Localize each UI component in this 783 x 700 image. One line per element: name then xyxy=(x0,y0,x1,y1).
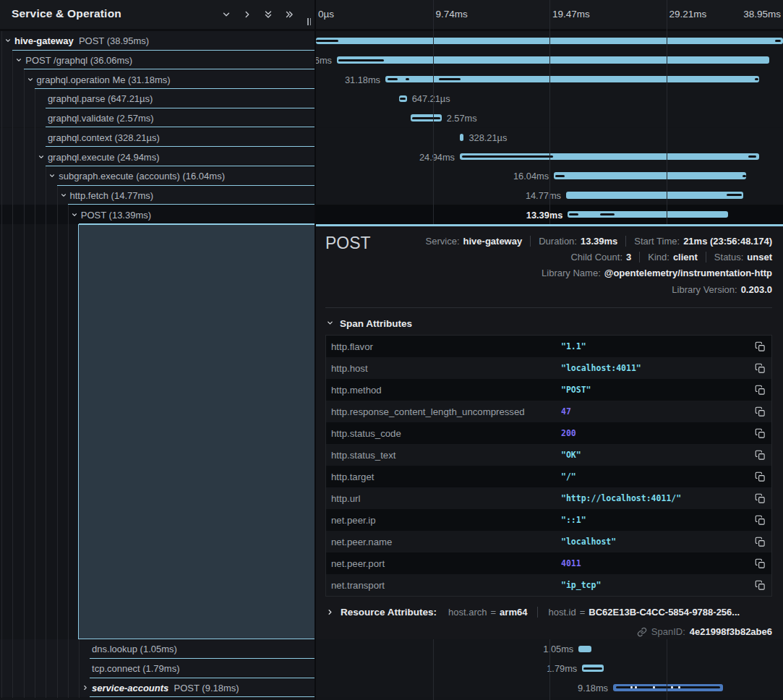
child-span-marker xyxy=(388,78,398,80)
span-duration-label: 1.05ms xyxy=(543,644,573,654)
meta-label: Library Name: xyxy=(542,268,601,278)
copy-icon[interactable] xyxy=(748,341,771,352)
span-row-name[interactable]: POST (13.39ms) xyxy=(0,205,315,224)
indent-guide xyxy=(1,31,2,698)
resource-attribute: host.arch=arm64 xyxy=(448,607,527,618)
chevron-down-icon[interactable] xyxy=(38,153,45,161)
trace-viewer: Service & Operation 0µs9.74ms19.47ms29.2… xyxy=(0,0,783,700)
span-name-label: graphql.parse (647.21µs) xyxy=(48,93,153,104)
span-bar[interactable] xyxy=(460,134,463,141)
copy-icon[interactable] xyxy=(748,580,771,591)
child-span-marker xyxy=(462,155,554,158)
timeline-tick-label: 29.21ms xyxy=(669,9,707,20)
copy-icon[interactable] xyxy=(748,471,771,482)
span-row-name[interactable]: graphql.operation Me (31.18ms) xyxy=(0,69,315,89)
span-bar[interactable] xyxy=(568,211,728,218)
attribute-row: net.peer.port4011 xyxy=(326,552,771,574)
meta-field: Child Count:3 xyxy=(570,252,631,262)
meta-field: Kind:client xyxy=(639,252,698,262)
meta-value: 21ms (23:56:48.174) xyxy=(683,236,772,247)
span-name-label: hive-gateway POST (38.95ms) xyxy=(14,35,149,46)
meta-label: Status: xyxy=(714,252,743,262)
expand-one-icon[interactable] xyxy=(242,9,252,20)
meta-line: Library Name:@opentelemetry/instrumentat… xyxy=(542,265,772,281)
child-span-marker xyxy=(400,98,406,100)
attribute-value: "OK" xyxy=(561,450,748,460)
span-duration-label: 24.94ms xyxy=(419,151,455,162)
attribute-key: http.response_content_length_uncompresse… xyxy=(326,406,561,417)
copy-icon[interactable] xyxy=(748,428,771,439)
collapse-one-icon[interactable] xyxy=(221,9,231,20)
span-row-name[interactable]: graphql.context (328.21µs) xyxy=(0,128,315,148)
span-row-name[interactable]: http.fetch (14.77ms) xyxy=(0,186,315,205)
span-row-name[interactable]: graphql.execute (24.94ms) xyxy=(0,147,315,166)
indent-guide xyxy=(79,639,80,698)
span-name-label: graphql.execute (24.94ms) xyxy=(48,151,160,162)
copy-icon[interactable] xyxy=(748,385,771,396)
meta-label: Child Count: xyxy=(570,252,622,262)
span-name-label: dns.lookup (1.05ms) xyxy=(92,644,177,654)
span-bar[interactable] xyxy=(566,192,743,199)
attribute-value: 47 xyxy=(561,406,748,417)
span-row-name[interactable]: graphql.validate (2.57ms) xyxy=(0,108,315,128)
span-row-name[interactable]: subgraph.execute (accounts) (16.04ms) xyxy=(0,166,315,186)
copy-icon[interactable] xyxy=(748,493,771,504)
span-detail-meta: Service:hive-gatewayDuration:13.39msStar… xyxy=(426,233,772,298)
attribute-row: http.host"localhost:4011" xyxy=(326,357,771,379)
span-bar[interactable] xyxy=(554,172,746,179)
resource-attributes-title: Resource Attributes: xyxy=(341,607,437,618)
span-bar[interactable] xyxy=(337,56,769,64)
indent-guide xyxy=(12,51,13,698)
attribute-key: http.target xyxy=(326,471,561,482)
chevron-down-icon[interactable] xyxy=(60,192,67,199)
attribute-row: net.transport"ip_tcp" xyxy=(326,574,771,596)
copy-icon[interactable] xyxy=(748,363,771,374)
child-span-marker xyxy=(569,213,578,215)
copy-icon[interactable] xyxy=(748,450,771,461)
attribute-key: http.status_code xyxy=(326,428,561,439)
copy-icon[interactable] xyxy=(748,406,771,417)
span-bar[interactable] xyxy=(578,646,591,653)
panel-resizer-handle[interactable] xyxy=(307,18,311,25)
span-duration-label: 16.04ms xyxy=(513,171,549,182)
span-attributes-table: http.flavor"1.1"http.host"localhost:4011… xyxy=(325,335,772,597)
copy-icon[interactable] xyxy=(748,558,771,569)
resource-key: host.arch xyxy=(448,607,487,618)
span-row-name[interactable]: tcp.connect (1.79ms) xyxy=(0,659,315,678)
chevron-right-icon[interactable] xyxy=(82,684,89,691)
child-span-marker xyxy=(555,175,565,177)
attribute-row: http.status_text"OK" xyxy=(326,444,771,466)
span-detail-panel: POST Service:hive-gatewayDuration:13.39m… xyxy=(316,224,783,639)
chevron-down-icon[interactable] xyxy=(4,37,12,44)
span-row-name[interactable]: hive-gateway POST (38.95ms) xyxy=(0,31,315,51)
chevron-down-icon[interactable] xyxy=(15,56,22,64)
meta-field: Status:unset xyxy=(706,252,772,262)
link-icon[interactable] xyxy=(637,627,647,637)
attribute-row: http.status_code200 xyxy=(326,422,771,444)
expand-all-icon[interactable] xyxy=(284,9,294,20)
span-duration-label: 328.21µs xyxy=(468,132,507,142)
span-detail-left-region xyxy=(78,224,315,639)
attribute-value: "ip_tcp" xyxy=(561,580,748,590)
resource-attributes-row[interactable]: Resource Attributes: host.arch=arm64host… xyxy=(326,607,740,618)
chevron-down-icon[interactable] xyxy=(27,76,34,83)
span-row-name[interactable]: dns.lookup (1.05ms) xyxy=(0,639,315,659)
span-name-label: subgraph.execute (accounts) (16.04ms) xyxy=(59,171,225,182)
attribute-value: "localhost:4011" xyxy=(561,363,748,373)
collapse-all-icon[interactable] xyxy=(263,9,273,20)
attribute-key: net.transport xyxy=(326,580,561,591)
span-id-row: SpanID: 4e21998f3b82abe6 xyxy=(637,626,772,637)
equals-sign: = xyxy=(491,607,497,618)
span-row-name[interactable]: POST /graphql (36.06ms) xyxy=(0,51,315,70)
copy-icon[interactable] xyxy=(748,515,771,526)
span-name-label: service-accounts POST (9.18ms) xyxy=(92,682,239,693)
span-row-name[interactable]: service-accounts POST (9.18ms) xyxy=(0,678,315,698)
chevron-down-icon[interactable] xyxy=(71,211,78,218)
span-duration-label: 1.79ms xyxy=(547,663,577,674)
attribute-value: "/" xyxy=(561,471,748,482)
span-attributes-header[interactable]: Span Attributes xyxy=(326,318,412,329)
chevron-down-icon[interactable] xyxy=(48,172,56,179)
attribute-key: net.peer.port xyxy=(326,558,561,569)
span-row-name[interactable]: graphql.parse (647.21µs) xyxy=(0,89,315,108)
copy-icon[interactable] xyxy=(748,537,771,547)
